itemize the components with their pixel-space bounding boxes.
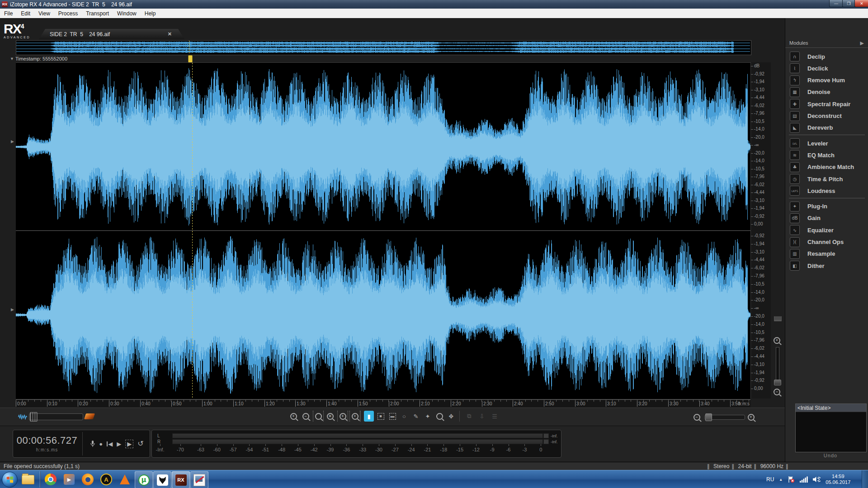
frequency-selection-tool[interactable]: ▬ (387, 411, 397, 422)
taskbar-utorrent[interactable]: µ (135, 471, 153, 488)
toolbar-separator (459, 411, 460, 422)
taskbar-image-editor[interactable] (190, 471, 208, 488)
module-plug-in[interactable]: ✦Plug-In (785, 201, 868, 212)
menu-edit[interactable]: Edit (17, 9, 34, 18)
taskbar-windows-media-player[interactable]: ▶ (61, 471, 78, 488)
time-selection-tool[interactable]: ▮ (364, 411, 374, 422)
zoom-in-tool[interactable]: + (288, 411, 298, 422)
taskbar-vlc[interactable] (116, 471, 133, 488)
menu-help[interactable]: Help (141, 9, 160, 18)
vertical-zoom-track[interactable] (776, 347, 779, 384)
level-meters: L R -Inf. -Inf. -Inf.-70-63-60-57-54-51-… (151, 430, 561, 458)
menu-window[interactable]: Window (113, 9, 141, 18)
module-remove-hum[interactable]: ϟRemove Hum (785, 75, 868, 86)
waveform-display[interactable] (16, 62, 750, 399)
module-eq-match[interactable]: ≋EQ Match (785, 149, 868, 161)
channel1-nub-icon[interactable]: ▶ (11, 139, 14, 144)
tray-expand-icon[interactable]: ▲ (779, 478, 783, 482)
module-loudness[interactable]: LKFSLoudness (785, 185, 868, 197)
peak-hold-left[interactable] (543, 433, 549, 438)
preview-loupe-tool[interactable] (434, 411, 444, 422)
meter-scale-tick (524, 444, 525, 446)
play-button[interactable]: ▶ (117, 441, 121, 447)
modules-expand-icon[interactable]: ▶ (860, 40, 864, 46)
tab-close-icon[interactable]: ✕ (168, 31, 172, 37)
menu-transport[interactable]: Transport (82, 9, 113, 18)
horizontal-zoom-out-icon[interactable]: − (692, 412, 702, 422)
minimize-button[interactable]: — (829, 0, 843, 7)
zoom-out-tool[interactable]: − (301, 411, 311, 422)
module-channel-ops[interactable]: )(Channel Ops (785, 236, 868, 248)
spectrogram-view-icon[interactable] (84, 413, 95, 419)
file-tab[interactable]: SIDE 2 TR 5 24 96.aif ✕ (39, 29, 184, 39)
brush-selection-tool[interactable]: ✎ (411, 411, 421, 422)
play-selection-button[interactable]: ▶ (125, 440, 133, 448)
undo-history-item[interactable]: <Initial State> (796, 404, 866, 412)
modules-header[interactable]: Modules ▶ (785, 39, 868, 48)
collapse-triangle-icon[interactable]: ▼ (10, 56, 14, 61)
zoom-reset-tool[interactable]: ✕ (325, 411, 335, 422)
zoom-to-selection-tool[interactable] (313, 411, 324, 422)
module-ambience-match[interactable]: ♣Ambience Match (785, 161, 868, 173)
vertical-zoom-out-icon[interactable]: − (774, 389, 780, 395)
module-spectral-repair[interactable]: ✚Spectral Repair (785, 98, 868, 110)
waveform-view-icon[interactable] (18, 414, 27, 420)
grab-hand-tool[interactable]: ✥ (446, 411, 456, 422)
module-time-pitch[interactable]: ◷Time & Pitch (785, 173, 868, 185)
taskbar-chrome[interactable] (42, 471, 59, 488)
vertical-zoom-grip[interactable] (774, 316, 782, 321)
clock[interactable]: 14:59 05.06.2017 (826, 474, 850, 485)
overview-waveform[interactable] (16, 41, 750, 54)
maximize-button[interactable]: ❐ (842, 0, 855, 7)
time-frequency-selection-tool[interactable]: ■ (376, 411, 386, 422)
vertical-zoom-in-icon[interactable]: + (774, 337, 780, 344)
module-label: Declick (807, 65, 828, 72)
show-desktop-button[interactable] (862, 470, 868, 488)
module-dereverb[interactable]: ◣Dereverb (785, 122, 868, 134)
module-resample[interactable]: ▥Resample (785, 248, 868, 260)
volume-icon[interactable] (813, 476, 821, 483)
module-leveler[interactable]: LVLLeveler (785, 137, 868, 149)
window-titlebar[interactable]: RX iZotope RX 4 Advanced - SIDE 2 TR 5 2… (0, 0, 868, 9)
rx4-logo: RX4 ADVANCED (4, 20, 38, 39)
module-declip[interactable]: ∩Declip (785, 51, 868, 62)
language-indicator[interactable]: RU (766, 476, 774, 483)
view-blend-handle[interactable] (30, 412, 38, 422)
taskbar-rx4[interactable]: RX (172, 471, 190, 488)
vertical-zoom-handle[interactable] (774, 380, 781, 385)
network-signal-icon[interactable] (800, 476, 808, 483)
module-dither[interactable]: ◧Dither (785, 260, 868, 272)
go-to-start-button[interactable]: ◀ (107, 441, 113, 447)
playhead-marker[interactable] (188, 55, 193, 63)
zoom-horizontal-tool[interactable]: + (337, 411, 348, 422)
time-ruler[interactable]: h:m:s 0:000:100:200:300:400:501:001:101:… (16, 399, 750, 407)
taskbar-start-button[interactable] (1, 471, 18, 488)
record-button[interactable]: ● (99, 441, 103, 447)
peak-hold-right[interactable] (543, 439, 549, 444)
taskbar-firefox[interactable] (79, 471, 96, 488)
menu-process[interactable]: Process (54, 9, 82, 18)
taskbar-aimp[interactable]: A (98, 471, 115, 488)
menu-file[interactable]: File (0, 9, 17, 18)
action-center-flag-icon[interactable] (788, 476, 795, 483)
loop-playback-button[interactable]: ↺ (137, 440, 143, 447)
channel2-nub-icon[interactable]: ▶ (11, 307, 14, 312)
overview-strip[interactable] (16, 40, 751, 55)
magic-wand-tool[interactable]: ✦ (423, 411, 433, 422)
taskbar-foobar2000[interactable] (153, 471, 171, 488)
waveform-canvas[interactable] (16, 63, 750, 399)
module-denoise[interactable]: ▦Denoise (785, 86, 868, 98)
close-button[interactable]: ✕ (854, 0, 868, 7)
module-gain[interactable]: dBGain (785, 212, 868, 224)
horizontal-zoom-in-icon[interactable]: + (746, 412, 756, 422)
undo-history-panel[interactable]: <Initial State> (795, 404, 867, 452)
horizontal-zoom-handle[interactable] (705, 413, 712, 421)
zoom-vertical-tool[interactable]: + (349, 411, 360, 422)
record-arm-mic-button[interactable] (90, 441, 95, 447)
menu-view[interactable]: View (34, 9, 54, 18)
module-deconstruct[interactable]: ▤Deconstruct (785, 110, 868, 122)
taskbar-explorer[interactable] (19, 471, 37, 488)
module-declick[interactable]: ⌇Declick (785, 62, 868, 74)
lasso-selection-tool[interactable]: ○ (399, 411, 409, 422)
module-equalizer[interactable]: ∿Equalizer (785, 224, 868, 236)
